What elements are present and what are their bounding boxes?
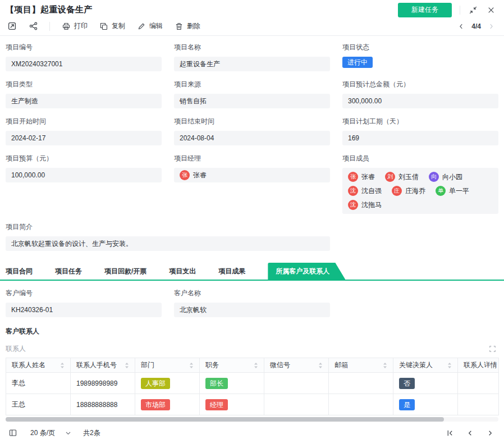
tab-project-expense[interactable]: 项目支出 xyxy=(169,263,196,280)
end-date-value[interactable]: 2024-08-04 xyxy=(174,131,330,145)
estimated-amount-value[interactable]: 300,000.00 xyxy=(342,94,498,108)
project-code-value[interactable]: XM20240327001 xyxy=(6,57,162,71)
tab-customer-contacts[interactable]: 所属客户及联系人 xyxy=(268,263,345,280)
field-project-name: 项目名称 起重设备生产 xyxy=(174,43,330,71)
column-header-email[interactable]: 邮箱 xyxy=(329,358,393,373)
column-header-title[interactable]: 职务 xyxy=(200,358,264,373)
tab-project-contract[interactable]: 项目合同 xyxy=(6,263,33,280)
project-source-value[interactable]: 销售自拓 xyxy=(174,94,330,108)
cell-detail xyxy=(458,394,499,415)
column-header-name[interactable]: 联系人姓名 xyxy=(6,358,71,373)
chevron-down-icon[interactable] xyxy=(63,428,73,438)
cell-name: 李总 xyxy=(6,373,71,394)
members-box: 张张睿 刘刘玉倩 向向小园 沈沈自强 庄庄海乔 单单一平 沈沈拖马 xyxy=(342,168,498,214)
cell-wechat xyxy=(264,394,329,415)
tab-bar: 项目合同 项目任务 项目回款/开票 项目支出 项目成果 所属客户及联系人 xyxy=(0,263,504,280)
edit-label: 编辑 xyxy=(149,21,163,31)
page-size-select[interactable]: 20 条/页 xyxy=(30,428,55,438)
share-icon[interactable] xyxy=(28,21,38,31)
project-name-value[interactable]: 起重设备生产 xyxy=(174,57,330,71)
delete-button[interactable]: 删除 xyxy=(174,21,200,31)
copy-button[interactable]: 复制 xyxy=(99,21,125,31)
cell-detail xyxy=(458,373,499,394)
header-divider xyxy=(460,6,460,15)
first-page-icon[interactable] xyxy=(445,428,455,438)
planned-duration-value[interactable]: 169 xyxy=(342,131,498,145)
budget-value[interactable]: 100,000.00 xyxy=(6,168,162,182)
column-header-phone[interactable]: 联系人手机号 xyxy=(71,358,135,373)
next-record-icon[interactable] xyxy=(486,21,496,31)
field-label: 项目编号 xyxy=(6,43,162,52)
prev-record-icon[interactable] xyxy=(456,21,466,31)
member-chip[interactable]: 向向小园 xyxy=(429,172,462,182)
member-chip[interactable]: 刘刘玉倩 xyxy=(385,172,419,182)
print-button[interactable]: 打印 xyxy=(61,21,88,31)
edit-button[interactable]: 编辑 xyxy=(136,21,163,31)
customer-form: 客户编号 KH240326-01 客户名称 北京帆软 xyxy=(0,281,504,326)
customer-code-value[interactable]: KH240326-01 xyxy=(6,303,162,317)
start-date-value[interactable]: 2024-02-17 xyxy=(6,131,162,145)
field-project-source: 项目来源 销售自拓 xyxy=(174,80,330,108)
next-page-icon[interactable] xyxy=(485,428,495,438)
table-row[interactable]: 王总 18888888888 市场部 经理 是 xyxy=(6,394,499,415)
field-project-intro: 项目简介 北京帆软起重设备的设计、生产与安装。 xyxy=(6,222,330,251)
column-settings-icon[interactable] xyxy=(8,428,18,438)
field-customer-code: 客户编号 KH240326-01 xyxy=(6,289,162,317)
toolbar-divider xyxy=(49,22,50,31)
title-badge: 经理 xyxy=(205,399,228,410)
customer-name-value[interactable]: 北京帆软 xyxy=(174,303,330,317)
column-label: 联系人姓名 xyxy=(12,360,45,370)
printer-icon xyxy=(61,21,71,31)
sort-icon xyxy=(383,362,387,369)
tab-project-result[interactable]: 项目成果 xyxy=(218,263,245,280)
field-label: 项目经理 xyxy=(174,154,330,163)
cell-phone: 19898998989 xyxy=(71,373,135,394)
field-customer-name: 客户名称 北京帆软 xyxy=(174,289,330,317)
table-row[interactable]: 李总 19898998989 人事部 部长 否 xyxy=(6,373,499,394)
project-intro-value[interactable]: 北京帆软起重设备的设计、生产与安装。 xyxy=(6,236,330,251)
field-label: 项目状态 xyxy=(342,43,498,52)
member-chip[interactable]: 单单一平 xyxy=(436,186,469,196)
tab-project-payment-invoice[interactable]: 项目回款/开票 xyxy=(104,263,146,280)
manager-chip[interactable]: 张 张睿 xyxy=(174,168,330,182)
project-type-value[interactable]: 生产制造 xyxy=(6,94,162,108)
export-icon[interactable] xyxy=(7,21,17,31)
prev-page-icon[interactable] xyxy=(465,428,475,438)
member-chip[interactable]: 庄庄海乔 xyxy=(392,186,425,196)
cell-key-decision: 否 xyxy=(393,373,458,394)
member-chip[interactable]: 张张睿 xyxy=(348,172,375,182)
field-project-members: 项目成员 张张睿 刘刘玉倩 向向小园 沈沈自强 庄庄海乔 单单一平 沈沈拖马 xyxy=(342,154,498,214)
column-label: 联系人详情 xyxy=(464,361,497,369)
field-label: 项目预计总金额（元） xyxy=(342,80,498,89)
cell-title: 部长 xyxy=(200,373,264,394)
collapse-window-icon[interactable] xyxy=(468,5,478,15)
member-chip[interactable]: 沈沈自强 xyxy=(348,186,382,196)
column-label: 微信号 xyxy=(270,360,290,370)
department-badge: 人事部 xyxy=(141,378,170,389)
column-header-wechat[interactable]: 微信号 xyxy=(264,358,329,373)
field-label: 项目类型 xyxy=(6,80,162,89)
tab-project-task[interactable]: 项目任务 xyxy=(55,263,82,280)
column-label: 联系人手机号 xyxy=(76,360,117,370)
new-task-button[interactable]: 新建任务 xyxy=(398,3,452,17)
member-chip[interactable]: 沈沈拖马 xyxy=(348,200,382,210)
horizontal-scrollbar-track xyxy=(6,417,498,422)
field-project-type: 项目类型 生产制造 xyxy=(6,80,162,108)
column-header-key-decision[interactable]: 关键决策人 xyxy=(393,358,458,373)
department-badge: 市场部 xyxy=(141,399,170,410)
cell-phone: 18888888888 xyxy=(71,394,135,415)
header: 【项目】起重设备生产 新建任务 xyxy=(0,0,504,17)
column-header-detail[interactable]: 联系人详情 xyxy=(458,358,499,373)
close-icon[interactable] xyxy=(486,5,496,15)
contacts-table: 联系人姓名 联系人手机号 部门 职务 微信号 邮箱 关键决策人 联系人详情 李总… xyxy=(6,358,498,415)
horizontal-scrollbar-thumb[interactable] xyxy=(6,417,444,422)
column-label: 职务 xyxy=(205,360,219,370)
field-label: 项目开始时间 xyxy=(6,117,162,126)
fullscreen-icon[interactable] xyxy=(487,344,497,354)
column-header-department[interactable]: 部门 xyxy=(135,358,200,373)
cell-email xyxy=(329,373,393,394)
key-decision-badge: 否 xyxy=(399,378,415,389)
field-project-manager: 项目经理 张 张睿 xyxy=(174,154,330,214)
member-name: 刘玉倩 xyxy=(398,172,419,182)
sort-icon xyxy=(447,362,452,369)
